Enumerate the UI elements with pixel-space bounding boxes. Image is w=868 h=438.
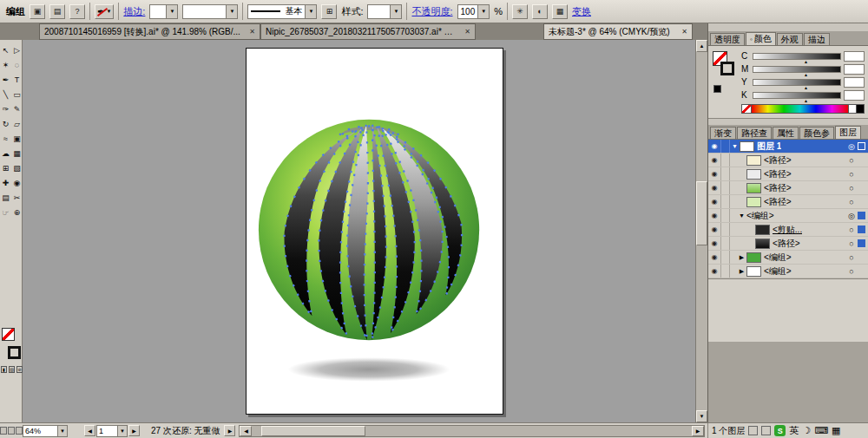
slider-thumb[interactable]: ▲ bbox=[804, 99, 808, 103]
tab-stroke[interactable]: 描边 bbox=[804, 33, 830, 45]
color-button[interactable]: ▮ bbox=[1, 366, 7, 373]
keyboard-icon[interactable]: ⌨ bbox=[814, 426, 828, 435]
chevron-down-icon[interactable]: ▼ bbox=[166, 5, 177, 18]
black-swatch[interactable] bbox=[857, 104, 865, 114]
visibility-toggle[interactable]: ◉ bbox=[708, 265, 721, 278]
selection-indicator[interactable] bbox=[858, 212, 865, 219]
hand-tool[interactable]: ☞ bbox=[1, 206, 11, 219]
document-grid-icon[interactable]: ▦ bbox=[552, 4, 568, 19]
style-indicator-icon[interactable]: ▣ bbox=[30, 4, 45, 19]
layer-name[interactable]: <路径> bbox=[773, 238, 800, 250]
slider-track[interactable]: ▲ bbox=[753, 92, 841, 99]
stroke-swatch[interactable] bbox=[720, 62, 734, 75]
chevron-down-icon[interactable]: ▼ bbox=[390, 5, 401, 18]
target-circle[interactable]: ○ bbox=[846, 253, 857, 262]
selection-tool[interactable]: ↖ bbox=[1, 43, 11, 56]
sogou-input-icon[interactable]: S bbox=[774, 425, 786, 436]
chevron-down-icon[interactable]: ▼ bbox=[57, 426, 67, 436]
warp-tool[interactable]: ≈ bbox=[1, 132, 11, 145]
scroll-right-button[interactable]: ▶ bbox=[692, 426, 704, 436]
style-select[interactable]: ▼ bbox=[367, 4, 402, 19]
vertical-scrollbar[interactable]: ▲ ▼ bbox=[695, 40, 707, 422]
no-stroke-pen-button[interactable]: ✒ ▼ bbox=[95, 4, 114, 19]
white-swatch[interactable] bbox=[849, 104, 857, 114]
layer-row[interactable]: ◉ ▶ <编组> ○ bbox=[708, 251, 868, 265]
slider-thumb[interactable]: ▲ bbox=[804, 86, 808, 90]
visibility-toggle[interactable]: ◉ bbox=[708, 251, 721, 264]
lock-toggle[interactable] bbox=[721, 209, 730, 222]
rotate-tool[interactable]: ↻ bbox=[1, 117, 11, 130]
target-circle[interactable]: ○ bbox=[846, 170, 857, 179]
moon-icon[interactable]: ☽ bbox=[802, 426, 811, 435]
new-layer-button[interactable] bbox=[748, 426, 758, 435]
scale-tool[interactable]: ▱ bbox=[12, 117, 23, 130]
lock-toggle[interactable] bbox=[721, 167, 730, 180]
normal-screen-icon[interactable] bbox=[0, 427, 7, 435]
chevron-down-icon[interactable]: ▼ bbox=[305, 5, 316, 18]
lock-toggle[interactable] bbox=[721, 265, 730, 278]
close-icon[interactable]: ✕ bbox=[681, 28, 687, 36]
symbol-sprayer-tool[interactable]: ☁ bbox=[1, 147, 11, 160]
fill-swatch-none[interactable] bbox=[2, 328, 15, 341]
target-circle[interactable]: ○ bbox=[846, 198, 857, 206]
watermelon-artwork[interactable] bbox=[247, 49, 503, 414]
effects-icon[interactable]: ✳ bbox=[512, 4, 528, 19]
visibility-toggle[interactable]: ◉ bbox=[708, 209, 721, 222]
visibility-toggle[interactable]: ◉ bbox=[708, 181, 721, 194]
expand-toggle[interactable]: ▼ bbox=[737, 212, 746, 219]
target-circle[interactable]: ○ bbox=[846, 226, 857, 234]
layer-name[interactable]: <路径> bbox=[764, 168, 792, 180]
gradient-button[interactable]: ▨ bbox=[9, 366, 15, 373]
artboard[interactable] bbox=[246, 48, 503, 415]
target-circle[interactable]: ○ bbox=[846, 267, 857, 276]
chevron-down-icon[interactable]: ▼ bbox=[226, 5, 237, 18]
help-icon[interactable]: ? bbox=[69, 4, 85, 19]
stroke-link[interactable]: 描边: bbox=[123, 5, 145, 18]
horizontal-scrollbar[interactable]: ◀ ▶ bbox=[239, 425, 705, 437]
scroll-up-button[interactable]: ▲ bbox=[696, 40, 707, 52]
layer-row[interactable]: ◉ ▼ <编组> ◎ bbox=[708, 209, 868, 223]
slider-thumb[interactable]: ▲ bbox=[804, 73, 808, 77]
slider-value[interactable] bbox=[844, 77, 865, 88]
slider-value[interactable] bbox=[844, 64, 865, 75]
stroke-swatch[interactable] bbox=[8, 346, 21, 359]
vertical-scroll-thumb[interactable] bbox=[696, 181, 707, 245]
layer-row[interactable]: ◉ <路径> ○ bbox=[708, 195, 868, 209]
mesh-tool[interactable]: ⊞ bbox=[1, 161, 11, 174]
lock-toggle[interactable] bbox=[721, 237, 730, 250]
opacity-link[interactable]: 不透明度: bbox=[411, 5, 452, 18]
layer-name[interactable]: <编组> bbox=[764, 265, 792, 278]
tray-grid-icon[interactable]: ▦ bbox=[832, 426, 840, 435]
lock-toggle[interactable] bbox=[721, 140, 730, 153]
lock-toggle[interactable] bbox=[721, 154, 730, 167]
visibility-toggle[interactable]: ◉ bbox=[708, 167, 721, 180]
visibility-toggle[interactable]: ◉ bbox=[708, 223, 721, 236]
layer-row[interactable]: ◉ ▶ <编组> ○ bbox=[708, 265, 868, 278]
tab-layers[interactable]: 图层 bbox=[835, 126, 861, 139]
target-circle[interactable]: ○ bbox=[846, 156, 857, 165]
canvas-area[interactable]: ▲ ▼ bbox=[23, 40, 707, 422]
slider-track[interactable]: ▲ bbox=[753, 66, 841, 73]
scissors-tool[interactable]: ✂ bbox=[12, 191, 23, 204]
brush-definition-select[interactable]: 基本 ▼ bbox=[247, 4, 317, 19]
globe-icon[interactable]: ◐ bbox=[532, 4, 548, 19]
lock-toggle[interactable] bbox=[721, 223, 730, 236]
fullscreen-menu-icon[interactable] bbox=[8, 427, 15, 435]
layer-name[interactable]: <路径> bbox=[764, 154, 792, 167]
chevron-down-icon[interactable]: ▼ bbox=[117, 426, 127, 436]
lasso-tool[interactable]: ◌ bbox=[12, 58, 23, 71]
magic-wand-tool[interactable]: ✶ bbox=[1, 58, 11, 71]
visibility-toggle[interactable]: ◉ bbox=[708, 237, 721, 250]
appearance-indicator-icon[interactable]: ▤ bbox=[49, 4, 65, 19]
slider-value[interactable] bbox=[844, 90, 865, 101]
tab-pathfinder[interactable]: 路径查 bbox=[737, 127, 772, 139]
visibility-toggle[interactable]: ◉ bbox=[708, 154, 721, 167]
paintbrush-tool[interactable]: ✑ bbox=[1, 102, 11, 115]
none-button[interactable]: ⊘ bbox=[16, 366, 23, 373]
spectrum-bar[interactable] bbox=[752, 104, 849, 114]
zoom-select[interactable]: 64% ▼ bbox=[23, 425, 68, 437]
close-icon[interactable]: ✕ bbox=[249, 28, 255, 36]
tab-color[interactable]: ◦ 颜色 bbox=[746, 32, 776, 45]
fill-stroke-proxy[interactable] bbox=[2, 328, 21, 359]
pencil-tool[interactable]: ✎ bbox=[12, 102, 23, 115]
